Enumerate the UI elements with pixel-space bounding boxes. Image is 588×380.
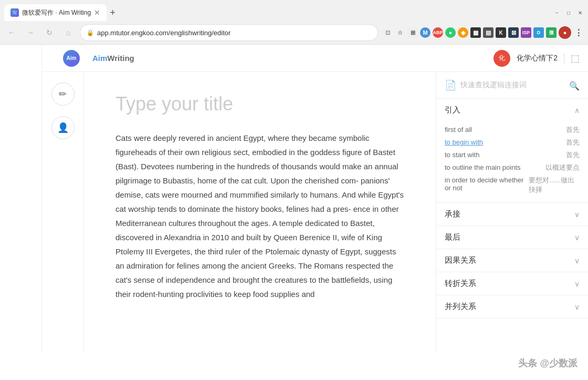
panel-search-float-icon[interactable]: 🔍 [565, 76, 584, 95]
header-divider [564, 53, 564, 64]
panel-item[interactable]: first of all 首先 [445, 124, 580, 136]
panel-item-en: to outline the main points [445, 163, 521, 171]
avatar: 化 [494, 50, 510, 67]
minimize-button[interactable]: − [553, 9, 561, 16]
star-icon[interactable]: ☆ [395, 27, 405, 38]
back-button[interactable]: ← [4, 25, 19, 40]
section-title-parallel: 并列关系 [445, 302, 476, 312]
user-profile-icon[interactable]: ● [559, 26, 571, 39]
panel-section-carry-on: 承接 ∨ [436, 203, 588, 226]
section-title-cause-effect: 因果关系 [445, 255, 476, 265]
panel-item[interactable]: to start with 首先 [445, 149, 580, 161]
logo-icon: Aim [63, 50, 80, 67]
logo-text-aim: Aim [92, 54, 107, 63]
section-chevron-introduction: ∧ [574, 106, 580, 115]
section-chevron-finally: ∨ [574, 233, 580, 242]
section-title-contrast: 转折关系 [445, 279, 476, 289]
panel-item-cn: 首先 [566, 125, 580, 135]
logout-button[interactable]: ⬚ [571, 53, 580, 64]
panel-section-contrast: 转折关系 ∨ [436, 272, 588, 295]
active-tab[interactable]: 写 微软爱写作 · Aim Writing ✕ [4, 4, 107, 21]
ext3-icon[interactable]: ABP [433, 27, 443, 38]
tab-favicon: 写 [10, 8, 19, 17]
user-button[interactable]: 👤 [51, 116, 75, 139]
section-chevron-parallel: ∨ [574, 303, 580, 311]
sidebar [0, 45, 42, 353]
ext10-icon[interactable]: ISP [521, 27, 531, 38]
section-items-introduction: first of all 首先 to begin with 首先 to star… [436, 121, 588, 202]
tab-bar: 写 微软爱写作 · Aim Writing ✕ + − □ ✕ [0, 0, 588, 21]
editor-title-placeholder[interactable]: Type your title [116, 93, 404, 115]
app-header: Aim AimWriting 化 化学心情下2 ⬚ [42, 45, 588, 72]
panel-item[interactable]: to begin with 首先 [445, 136, 580, 149]
user-name: 化学心情下2 [517, 54, 558, 63]
section-title-introduction: 引入 [445, 105, 460, 115]
section-header-introduction[interactable]: 引入 ∧ [436, 99, 588, 121]
app-layout: Aim AimWriting 化 化学心情下2 ⬚ ✏ 👤 [0, 45, 588, 353]
section-chevron-carry-on: ∨ [574, 210, 580, 219]
ext12-icon[interactable]: 微 [546, 27, 556, 38]
panel-sections: 引入 ∧ first of all 首先 to begin with 首先 to… [436, 99, 588, 319]
panel-doc-icon: 📄 [445, 79, 456, 91]
editor-area[interactable]: Type your title Cats were deeply revered… [84, 72, 436, 353]
panel-item[interactable]: in order to decide whether or not 要想对...… [445, 174, 580, 196]
watermark: 头条 @少数派 [518, 357, 578, 369]
edit-button[interactable]: ✏ [51, 83, 75, 106]
section-title-carry-on: 承接 [445, 209, 460, 219]
home-button[interactable]: ⌂ [61, 25, 76, 40]
right-panel: 🔍 📄 快速查找逻辑连接词 引入 ∧ first of all 首先 to be… [436, 72, 588, 353]
pencil-icon: ✏ [59, 88, 67, 100]
close-window-button[interactable]: ✕ [576, 9, 584, 16]
panel-item[interactable]: to outline the main points 以概述要点 [445, 161, 580, 174]
section-header-contrast[interactable]: 转折关系 ∨ [436, 272, 588, 295]
section-chevron-cause-effect: ∨ [574, 256, 580, 265]
tab-close-button[interactable]: ✕ [94, 8, 100, 17]
section-header-carry-on[interactable]: 承接 ∨ [436, 203, 588, 225]
address-bar: ← → ↻ ⌂ 🔒 app.mtutor.engkoo.com/englishw… [0, 21, 588, 44]
ext1-icon[interactable]: ⊞ [407, 27, 418, 38]
panel-item-cn: 以概述要点 [545, 163, 580, 172]
url-text: app.mtutor.engkoo.com/englishwriting/edi… [97, 29, 230, 37]
panel-item-cn: 要想对......做出抉择 [529, 176, 580, 194]
panel-search-placeholder: 快速查找逻辑连接词 [460, 80, 527, 90]
section-header-cause-effect[interactable]: 因果关系 ∨ [436, 249, 588, 272]
panel-section-parallel: 并列关系 ∨ [436, 295, 588, 319]
ext4-icon[interactable]: ● [445, 27, 456, 38]
section-chevron-contrast: ∨ [574, 280, 580, 288]
panel-item-en: to start with [445, 151, 479, 159]
panel-section-finally: 最后 ∨ [436, 226, 588, 249]
panel-section-cause-effect: 因果关系 ∨ [436, 249, 588, 272]
ext8-icon[interactable]: K [496, 27, 506, 38]
ext6-icon[interactable]: ▦ [470, 27, 481, 38]
more-menu-button[interactable]: ⋮ [573, 27, 584, 38]
section-header-parallel[interactable]: 并列关系 ∨ [436, 295, 588, 318]
panel-item-en: to begin with [445, 138, 483, 146]
forward-button[interactable]: → [23, 25, 38, 40]
header-right: 化 化学心情下2 ⬚ [494, 50, 580, 67]
refresh-button[interactable]: ↻ [42, 25, 57, 40]
new-tab-button[interactable]: + [110, 8, 116, 17]
section-title-finally: 最后 [445, 232, 460, 242]
ext11-icon[interactable]: D [533, 27, 544, 38]
panel-item-en: first of all [445, 126, 472, 133]
panel-item-cn: 首先 [566, 138, 580, 147]
ext9-icon[interactable]: ⊠ [508, 27, 519, 38]
panel-section-introduction: 引入 ∧ first of all 首先 to begin with 首先 to… [436, 99, 588, 203]
logo-label: AimWriting [92, 54, 134, 63]
panel-item-cn: 首先 [566, 150, 580, 160]
ext7-icon[interactable]: ▤ [483, 27, 494, 38]
editor-content[interactable]: Cats were deeply revered in ancient Egyp… [116, 131, 404, 301]
url-input[interactable]: 🔒 app.mtutor.engkoo.com/englishwriting/e… [80, 24, 378, 41]
ext5-icon[interactable]: ◈ [458, 27, 468, 38]
panel-item-en: in order to decide whether or not [445, 176, 529, 192]
person-icon: 👤 [57, 122, 69, 133]
tab-title: 微软爱写作 · Aim Writing [22, 8, 91, 17]
extension-icons: ⊡ ☆ ⊞ M ABP ● ◈ ▦ ▤ K ⊠ ISP D 微 ● ⋮ [382, 26, 584, 39]
ext2-icon[interactable]: M [420, 27, 430, 38]
cast-icon[interactable]: ⊡ [382, 27, 393, 38]
maximize-button[interactable]: □ [565, 9, 572, 16]
section-header-finally[interactable]: 最后 ∨ [436, 226, 588, 249]
window-controls: − □ ✕ [553, 9, 584, 16]
logo-text-writing: Writing [107, 54, 134, 63]
lock-icon: 🔒 [87, 29, 94, 36]
